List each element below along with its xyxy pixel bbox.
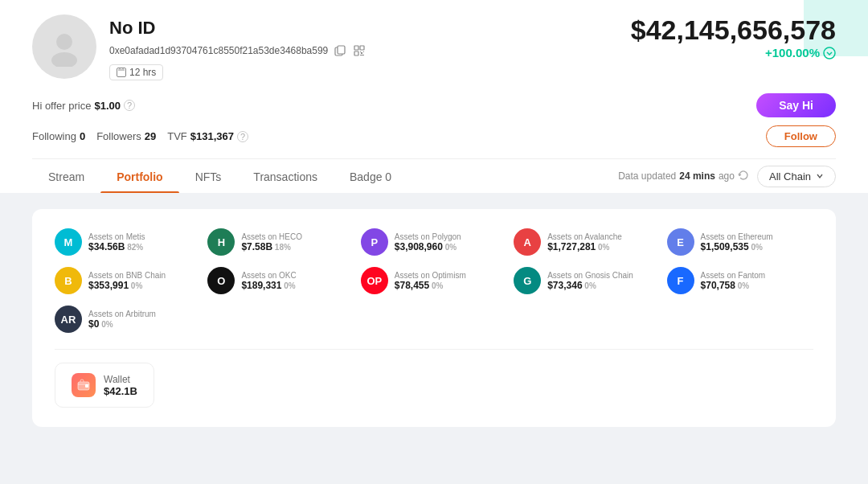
time-badge-text: 12 hrs <box>129 67 156 78</box>
asset-pct: 0% <box>735 281 749 290</box>
asset-chain-name: Assets on Polygon <box>395 232 461 241</box>
asset-chain-name: Assets on Avalanche <box>547 232 622 241</box>
asset-value: $73,346 0% <box>547 280 633 291</box>
follow-stats: Following 0 Followers 29 TVF $131,367 ? <box>32 130 248 142</box>
asset-pct: 0% <box>749 243 763 252</box>
asset-value: $353,991 0% <box>88 280 166 291</box>
wallet-label: Wallet <box>104 374 137 385</box>
page: No ID 0xe0afadad1d93704761c8550f21a53de3… <box>0 0 868 484</box>
wallet-info: Wallet $42.1B <box>104 374 137 397</box>
followers-stat: Followers 29 <box>96 130 156 142</box>
asset-item-ethereum: EAssets on Ethereum$1,509,535 0% <box>667 228 813 256</box>
tvf-label: TVF <box>167 130 187 142</box>
tvf-value: $131,367 <box>190 130 234 142</box>
follow-button[interactable]: Follow <box>766 125 836 147</box>
refresh-icon[interactable] <box>738 170 749 183</box>
asset-item-fantom: FAssets on Fantom$70,758 0% <box>667 267 813 294</box>
asset-pct: 18% <box>272 243 291 252</box>
asset-pct: 0% <box>583 281 596 290</box>
tab-stream[interactable]: Stream <box>32 159 100 193</box>
chain-icon-polygon: P <box>361 228 388 256</box>
svg-rect-3 <box>338 46 345 54</box>
data-updated-label: Data updated <box>618 170 676 182</box>
asset-pct: 0% <box>596 243 609 252</box>
portfolio-value: $42,145,656,578 +100.00% <box>631 14 836 59</box>
chain-icon-metis: M <box>55 228 82 256</box>
main-content: MAssets on Metis$34.56B 82%HAssets on HE… <box>0 193 868 443</box>
chain-icon-okc: O <box>207 267 235 294</box>
asset-item-polygon: PAssets on Polygon$3,908,960 0% <box>361 228 507 256</box>
tabs-row: Stream Portfolio NFTs Transactions Badge… <box>32 158 836 193</box>
data-updated-suffix: ago <box>719 170 735 182</box>
chain-dropdown[interactable]: All Chain <box>757 166 836 187</box>
asset-item-gnosis-chain: GAssets on Gnosis Chain$73,346 0% <box>514 267 660 294</box>
wallet-icon <box>72 373 96 397</box>
asset-pct: 82% <box>125 243 143 252</box>
chain-icon-fantom: F <box>667 267 694 294</box>
asset-details: Assets on HECO$7.58B 18% <box>241 232 302 252</box>
following-label: Following <box>32 130 76 142</box>
svg-rect-9 <box>363 51 364 52</box>
wallet-address-text: 0xe0afadad1d93704761c8550f21a53de3468ba5… <box>109 45 328 56</box>
chain-icon-optimism: OP <box>361 267 388 294</box>
chain-icon-heco: H <box>207 228 235 256</box>
asset-value: $0 0% <box>88 318 156 330</box>
assets-grid: MAssets on Metis$34.56B 82%HAssets on HE… <box>55 228 813 333</box>
social-row: Hi offer price $1.00 ? Say Hi <box>32 93 836 125</box>
asset-details: Assets on Metis$34.56B 82% <box>88 232 145 252</box>
tabs-left: Stream Portfolio NFTs Transactions Badge… <box>32 159 407 193</box>
asset-details: Assets on Polygon$3,908,960 0% <box>395 232 461 252</box>
qr-icon[interactable] <box>352 43 366 58</box>
asset-item-metis: MAssets on Metis$34.56B 82% <box>55 228 201 256</box>
data-updated: Data updated 24 mins ago <box>618 170 749 183</box>
tab-transactions[interactable]: Transactions <box>237 159 334 193</box>
followers-count: 29 <box>145 130 156 142</box>
tab-nfts[interactable]: NFTs <box>179 159 238 193</box>
time-badge: 12 hrs <box>109 64 163 80</box>
profile-section: No ID 0xe0afadad1d93704761c8550f21a53de3… <box>0 0 868 193</box>
asset-pct: 0% <box>99 320 113 329</box>
wallet-card[interactable]: Wallet $42.1B <box>55 363 154 408</box>
asset-item-optimism: OPAssets on Optimism$78,455 0% <box>361 267 507 294</box>
profile-info: No ID 0xe0afadad1d93704761c8550f21a53de3… <box>109 14 366 80</box>
followers-label: Followers <box>96 130 141 142</box>
hi-offer-help-icon[interactable]: ? <box>124 100 135 111</box>
svg-rect-7 <box>361 52 362 54</box>
svg-point-0 <box>56 34 72 50</box>
asset-pct: 0% <box>281 281 295 290</box>
asset-chain-name: Assets on Gnosis Chain <box>547 271 633 280</box>
asset-item-heco: HAssets on HECO$7.58B 18% <box>207 228 354 256</box>
asset-value: $34.56B 82% <box>88 241 145 252</box>
asset-pct: 0% <box>429 281 443 290</box>
portfolio-amount: $42,145,656,578 <box>631 14 836 46</box>
asset-value: $1,727,281 0% <box>547 241 622 252</box>
asset-pct: 0% <box>129 281 142 290</box>
tab-badge[interactable]: Badge 0 <box>334 159 407 193</box>
following-stat: Following 0 <box>32 130 85 142</box>
profile-top: No ID 0xe0afadad1d93704761c8550f21a53de3… <box>32 14 836 80</box>
chain-icon-ethereum: E <box>667 228 694 256</box>
asset-chain-name: Assets on Ethereum <box>701 232 773 241</box>
tab-portfolio[interactable]: Portfolio <box>100 159 179 193</box>
asset-value: $1,509,535 0% <box>701 241 773 252</box>
asset-item-avalanche: AAssets on Avalanche$1,727,281 0% <box>514 228 660 256</box>
say-hi-button[interactable]: Say Hi <box>756 93 836 117</box>
asset-chain-name: Assets on BNB Chain <box>88 271 166 280</box>
asset-chain-name: Assets on HECO <box>241 232 302 241</box>
copy-icon[interactable] <box>333 43 347 58</box>
wallet-amount: $42.1B <box>104 385 137 397</box>
hi-offer-label: Hi offer price <box>32 100 91 112</box>
tvf-help-icon[interactable]: ? <box>237 131 248 142</box>
hi-offer: Hi offer price $1.00 ? <box>32 100 135 112</box>
svg-rect-10 <box>360 55 364 55</box>
asset-value: $189,331 0% <box>241 280 296 291</box>
chain-dropdown-label: All Chain <box>769 170 811 183</box>
hi-offer-price: $1.00 <box>94 100 121 112</box>
svg-rect-11 <box>117 68 126 77</box>
tvf-info: TVF $131,367 ? <box>167 130 248 142</box>
chain-icon-arbitrum: AR <box>55 306 82 333</box>
wallet-section: Wallet $42.1B <box>55 349 813 408</box>
chain-icon-gnosis-chain: G <box>514 267 541 294</box>
asset-chain-name: Assets on Metis <box>88 232 145 241</box>
asset-details: Assets on OKC$189,331 0% <box>241 271 296 291</box>
